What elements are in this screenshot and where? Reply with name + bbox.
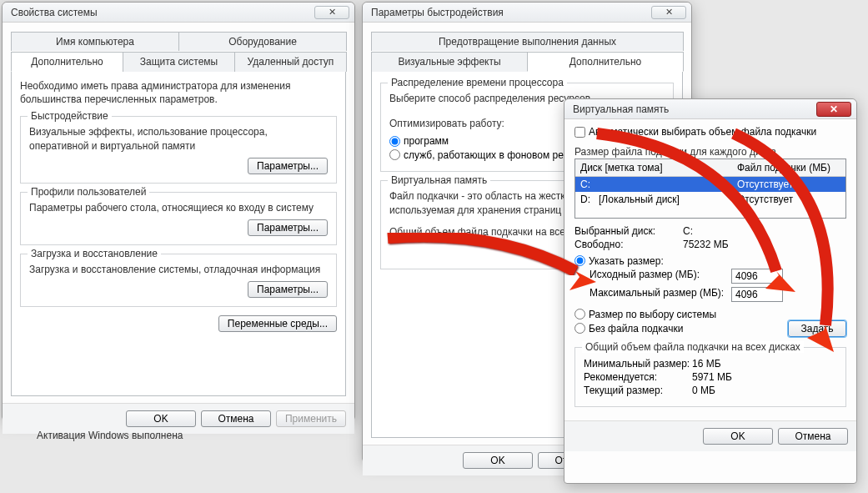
selected-disk-label: Выбранный диск:	[574, 225, 683, 237]
radio-services[interactable]: служб, работающих в фоновом режиме	[389, 149, 588, 161]
perfopts-ok-button[interactable]: OK	[463, 452, 533, 469]
perfopts-tabs-row2: Визуальные эффекты Дополнительно	[371, 51, 683, 71]
min-value: 16 МБ	[692, 358, 721, 370]
auto-manage-checkbox[interactable]: Автоматически выбирать объем файла подка…	[574, 126, 816, 138]
vmem-footer: OK Отмена	[564, 420, 856, 451]
per-disk-label: Размер файла подкачки для каждого диска	[574, 145, 846, 158]
max-size-label: Максимальный размер (МБ):	[590, 287, 731, 302]
sysprops-tabs-row2: Дополнительно Защита системы Удаленный д…	[11, 51, 346, 71]
sysprops-apply-button[interactable]: Применить	[276, 410, 346, 427]
min-label: Минимальный размер:	[584, 358, 692, 370]
close-icon[interactable]: ✕	[651, 6, 686, 19]
col-file: Файл подкачки (МБ)	[732, 159, 845, 176]
system-properties-window: Свойства системы ✕ Имя компьютера Оборуд…	[2, 2, 355, 420]
sysprops-title: Свойства системы	[11, 7, 98, 18]
sysprops-tabs-row1: Имя компьютера Оборудование	[11, 31, 346, 51]
performance-text: Визуальные эффекты, использование процес…	[29, 125, 328, 152]
cur-value: 0 МБ	[692, 385, 715, 396]
disk-list[interactable]: Диск [метка тома] Файл подкачки (МБ) C: …	[574, 158, 846, 219]
startup-legend: Загрузка и восстановление	[28, 248, 161, 259]
profiles-text: Параметры рабочего стола, относящиеся ко…	[29, 201, 328, 214]
tab-dep[interactable]: Предотвращение выполнения данных	[371, 32, 684, 51]
performance-settings-button[interactable]: Параметры...	[248, 158, 328, 174]
disk-list-header: Диск [метка тома] Файл подкачки (МБ)	[575, 159, 845, 177]
initial-size-label: Исходный размер (МБ):	[590, 269, 731, 284]
tab-remote[interactable]: Удаленный доступ	[234, 52, 347, 72]
set-button[interactable]: Задать	[788, 320, 846, 337]
free-label: Свободно:	[574, 239, 683, 250]
tab-advanced[interactable]: Дополнительно	[11, 52, 123, 72]
close-icon[interactable]: ✕	[816, 102, 851, 117]
max-size-input[interactable]	[731, 287, 783, 302]
perfopts-tabs-row1: Предотвращение выполнения данных	[371, 31, 683, 51]
vmem-cancel-button[interactable]: Отмена	[778, 428, 848, 445]
radio-custom-size[interactable]: Указать размер:	[574, 255, 835, 267]
admin-rights-note: Необходимо иметь права администратора дл…	[20, 79, 337, 106]
rec-value: 5971 МБ	[692, 371, 732, 383]
close-icon[interactable]: ✕	[314, 6, 349, 19]
initial-size-input[interactable]	[731, 269, 783, 284]
tab-advanced-perf[interactable]: Дополнительно	[527, 52, 684, 72]
virtual-memory-window: Виртуальная память ✕ Автоматически выбир…	[564, 98, 857, 484]
tab-computer-name[interactable]: Имя компьютера	[11, 32, 179, 51]
col-disk: Диск [метка тома]	[575, 159, 732, 176]
radio-no-paging[interactable]: Без файла подкачки	[574, 323, 776, 335]
env-vars-button[interactable]: Переменные среды...	[218, 315, 337, 332]
startup-text: Загрузка и восстановление системы, отлад…	[29, 263, 328, 276]
startup-settings-button[interactable]: Параметры...	[248, 281, 328, 298]
scheduling-legend: Распределение времени процессора	[388, 77, 567, 88]
vmem-titlebar: Виртуальная память ✕	[564, 99, 856, 119]
vmem-legend: Виртуальная память	[388, 174, 490, 186]
vmem-title: Виртуальная память	[573, 103, 669, 115]
profiles-legend: Профили пользователей	[28, 186, 149, 198]
rec-label: Рекомендуется:	[584, 371, 692, 383]
tab-hardware[interactable]: Оборудование	[178, 32, 347, 51]
free-value: 75232 МБ	[683, 239, 729, 250]
selected-disk-value: C:	[683, 225, 693, 237]
profiles-settings-button[interactable]: Параметры...	[248, 219, 328, 236]
sysprops-titlebar: Свойства системы ✕	[3, 3, 354, 23]
perfopts-title: Параметры быстродействия	[371, 7, 504, 18]
perfopts-titlebar: Параметры быстродействия ✕	[363, 3, 691, 23]
performance-legend: Быстродействие	[28, 110, 112, 122]
disk-row-d[interactable]: D: [Локальный диск] Отсутствует	[575, 192, 845, 207]
activation-status: Активация Windows выполнена	[37, 430, 183, 441]
radio-system-managed[interactable]: Размер по выбору системы	[574, 309, 835, 320]
cur-label: Текущий размер:	[584, 385, 692, 396]
vmem-ok-button[interactable]: OK	[703, 428, 773, 445]
disk-row-c[interactable]: C: Отсутствует	[575, 177, 845, 192]
sysprops-ok-button[interactable]: OK	[126, 410, 196, 427]
sysprops-cancel-button[interactable]: Отмена	[201, 410, 271, 427]
total-legend: Общий объем файла подкачки на всех диска…	[582, 341, 804, 353]
tab-visual-effects[interactable]: Визуальные эффекты	[371, 52, 528, 72]
radio-programs[interactable]: программ	[389, 135, 449, 147]
tab-system-protection[interactable]: Защита системы	[123, 52, 235, 72]
